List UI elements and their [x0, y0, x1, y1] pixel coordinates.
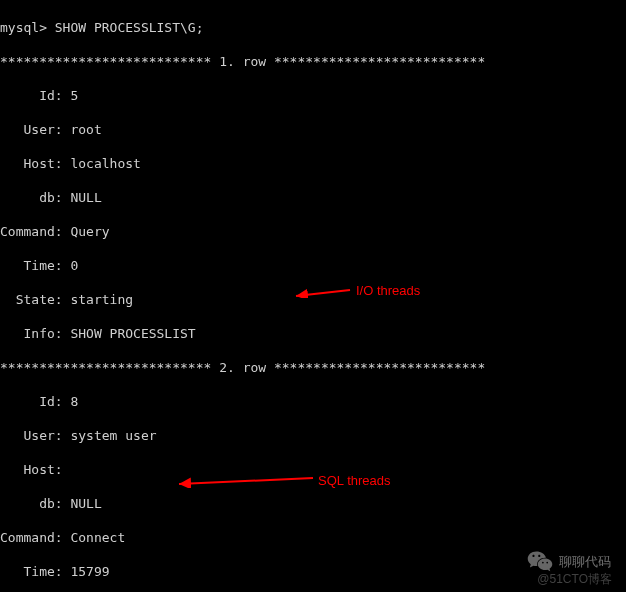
annotation-io-threads: I/O threads	[356, 282, 420, 299]
field-host: Host: localhost	[0, 155, 626, 172]
field-user: User: system user	[0, 427, 626, 444]
field-info: Info: SHOW PROCESSLIST	[0, 325, 626, 342]
row-separator: *************************** 1. row *****…	[0, 53, 626, 70]
wechat-icon	[527, 550, 553, 572]
watermark: 聊聊代码	[527, 550, 611, 572]
field-user: User: root	[0, 121, 626, 138]
field-command: Command: Connect	[0, 529, 626, 546]
field-id: Id: 5	[0, 87, 626, 104]
annotation-sql-threads: SQL threads	[318, 472, 391, 489]
field-db: db: NULL	[0, 495, 626, 512]
field-id: Id: 8	[0, 393, 626, 410]
terminal-output: mysql> SHOW PROCESSLIST\G; *************…	[0, 0, 626, 592]
field-state: State: starting	[0, 291, 626, 308]
field-command: Command: Query	[0, 223, 626, 240]
field-db: db: NULL	[0, 189, 626, 206]
field-time: Time: 0	[0, 257, 626, 274]
row-separator: *************************** 2. row *****…	[0, 359, 626, 376]
field-host: Host:	[0, 461, 626, 478]
command-line: mysql> SHOW PROCESSLIST\G;	[0, 19, 626, 36]
watermark-text-secondary: @51CTO博客	[537, 571, 612, 588]
watermark-text: 聊聊代码	[559, 553, 611, 570]
